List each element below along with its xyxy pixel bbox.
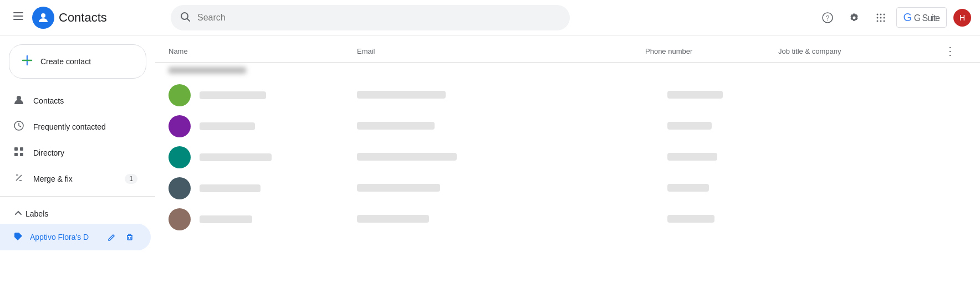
sidebar-item-directory[interactable]: Directory [0,140,151,166]
contact-email [357,184,440,192]
avatar [169,146,191,168]
contact-cell-email [357,122,667,131]
svg-point-4 [181,13,188,19]
avatar [169,177,191,199]
create-contact-button[interactable]: Create contact [9,44,146,79]
main-content: Create contact Contacts [0,35,980,288]
avatar [169,84,191,106]
label-item-apptivo-flora[interactable]: Apptivo Flora's D [0,224,151,250]
topbar-right: ? G G Suite H [816,7,971,29]
svg-rect-2 [13,19,23,20]
contact-cell-email [357,153,667,162]
chevron-up-icon [13,208,23,219]
contact-cell-phone [667,184,800,193]
gsuite-text: G Suite [914,13,940,23]
contact-phone [667,153,717,161]
svg-line-5 [187,19,190,21]
history-icon [13,120,24,133]
more-options-header[interactable]: ⋮ [945,44,967,58]
plus-icon [21,54,34,69]
label-item-text: Apptivo Flora's D [30,233,98,241]
directory-grid-icon [13,146,24,159]
merge-icon [13,172,24,185]
frequently-contacted-label: Frequently contacted [33,122,106,131]
directory-label: Directory [33,148,64,157]
sidebar-item-merge-fix[interactable]: Merge & fix 1 [0,166,151,192]
contact-cell-phone [667,153,800,162]
help-icon[interactable]: ? [816,7,839,29]
contact-list-header: Name Email Phone number Job title & comp… [155,35,980,63]
dots-vertical-icon: ⋮ [945,45,956,57]
labels-header[interactable]: Labels [0,201,155,224]
svg-point-14 [876,20,878,22]
table-row[interactable] [155,80,980,111]
svg-rect-0 [13,12,23,13]
svg-rect-21 [14,147,18,151]
contact-phone [667,122,712,130]
contact-name [200,122,255,130]
svg-text:?: ? [825,14,829,22]
sidebar-item-frequently-contacted[interactable]: Frequently contacted [0,114,151,140]
contact-cell-name [169,177,357,199]
contact-email [357,122,435,130]
settings-icon[interactable] [843,7,865,29]
section-label [155,63,980,80]
contact-name [200,153,272,161]
contact-cell-phone [667,215,800,224]
topbar: Contacts ? [0,0,980,35]
table-row[interactable] [155,204,980,235]
svg-point-12 [880,17,881,18]
column-header-phone: Phone number [645,47,778,55]
sidebar-divider [0,196,155,197]
table-row[interactable] [155,111,980,142]
contact-cell-email [357,184,667,193]
svg-point-19 [17,96,21,100]
contact-list-area: Name Email Phone number Job title & comp… [155,35,980,288]
svg-rect-1 [13,16,23,17]
contact-cell-email [357,215,667,224]
label-icon [13,232,23,243]
svg-rect-25 [127,235,132,240]
sidebar: Create contact Contacts [0,35,155,288]
contact-email [357,91,446,99]
merge-fix-label: Merge & fix [33,174,73,183]
search-input[interactable] [197,13,561,23]
contact-name [200,91,266,99]
gsuite-logo: G G Suite [904,11,940,24]
contact-cell-email [357,91,667,100]
merge-fix-badge: 1 [125,174,137,184]
contact-email [357,215,429,223]
svg-point-3 [41,13,45,18]
app-logo [32,7,54,29]
topbar-left: Contacts [9,7,164,29]
svg-point-8 [876,13,878,15]
contact-email [357,153,457,161]
svg-rect-22 [20,147,23,151]
search-bar[interactable] [171,5,570,30]
table-row[interactable] [155,142,980,173]
svg-point-9 [880,13,881,15]
contact-cell-phone [667,122,800,131]
svg-point-16 [883,20,885,22]
column-header-email: Email [357,47,645,55]
hamburger-menu-icon[interactable] [9,7,28,28]
apps-grid-icon[interactable] [870,7,892,29]
user-avatar[interactable]: H [953,9,971,27]
svg-point-13 [883,17,885,18]
edit-label-button[interactable] [104,229,120,245]
delete-label-button[interactable] [122,229,137,245]
contact-cell-name [169,84,357,106]
contact-cell-name [169,208,357,230]
column-header-job: Job title & company [778,47,945,55]
sidebar-item-contacts[interactable]: Contacts [0,88,151,114]
avatar [169,115,191,137]
table-row[interactable] [155,173,980,204]
svg-point-11 [876,17,878,18]
contact-cell-name [169,146,357,168]
gsuite-button[interactable]: G G Suite [896,7,947,28]
contacts-label: Contacts [33,96,64,105]
contact-phone [667,91,723,99]
svg-point-15 [880,20,881,22]
create-contact-label: Create contact [40,57,91,66]
contact-phone [667,215,714,223]
